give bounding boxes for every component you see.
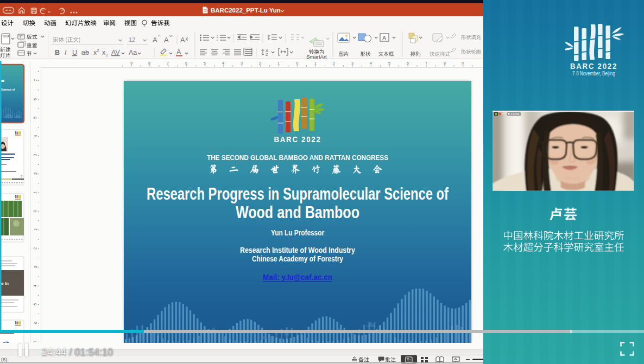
svg-text:***: *** xyxy=(502,112,506,116)
svg-text:r Science of: r Science of xyxy=(0,88,15,91)
svg-text:7: 7 xyxy=(167,61,169,65)
svg-text:3: 3 xyxy=(33,154,37,156)
svg-text:3: 3 xyxy=(241,61,243,65)
svg-text:4: 4 xyxy=(222,61,224,65)
svg-text:4: 4 xyxy=(370,61,372,65)
svg-text:A: A xyxy=(164,36,169,44)
svg-text:5: 5 xyxy=(33,117,37,119)
svg-text:1: 1 xyxy=(314,61,317,65)
svg-text:A: A xyxy=(153,36,157,44)
svg-text:U: U xyxy=(72,49,77,56)
svg-text:LuYun: LuYun xyxy=(494,186,502,189)
svg-text:0: 0 xyxy=(296,61,298,65)
svg-text:2: 2 xyxy=(333,61,335,65)
svg-text:BARC2022_PPT-Lu Yun: BARC2022_PPT-Lu Yun xyxy=(211,7,281,14)
svg-text:6: 6 xyxy=(33,322,38,324)
svg-text:0: 0 xyxy=(33,210,37,212)
svg-text:1: 1 xyxy=(277,61,280,65)
svg-text:Z: Z xyxy=(266,52,268,57)
svg-text:8: 8 xyxy=(444,61,446,65)
svg-text:6: 6 xyxy=(407,61,409,65)
svg-text:ab: ab xyxy=(81,49,89,56)
svg-text:(8): (8) xyxy=(1,357,7,362)
svg-text:2: 2 xyxy=(97,48,100,53)
svg-text:6: 6 xyxy=(33,98,37,100)
svg-text:7: 7 xyxy=(33,79,38,81)
svg-text:6: 6 xyxy=(185,61,187,65)
svg-text:1:0.4%: 1:0.4% xyxy=(511,112,520,116)
svg-text:SmartArt: SmartArt xyxy=(306,54,327,59)
svg-text:1: 1 xyxy=(33,228,38,231)
svg-text:4: 4 xyxy=(33,285,37,287)
svg-text:2: 2 xyxy=(21,175,22,178)
svg-text:7: 7 xyxy=(425,61,427,65)
svg-text:9: 9 xyxy=(130,61,132,65)
svg-text:2: 2 xyxy=(259,61,261,65)
svg-text:BARC 2022: BARC 2022 xyxy=(570,61,617,71)
svg-text:1: 1 xyxy=(33,191,37,194)
svg-text:Aa: Aa xyxy=(129,49,137,56)
svg-text:A: A xyxy=(382,35,387,41)
svg-text:2: 2 xyxy=(106,53,109,58)
svg-text:A: A xyxy=(180,36,185,44)
svg-text:2: 2 xyxy=(33,247,37,250)
svg-text:5: 5 xyxy=(388,61,390,65)
svg-text:2: 2 xyxy=(33,173,38,175)
svg-text:3: 3 xyxy=(351,61,353,65)
svg-text:9: 9 xyxy=(462,61,464,65)
svg-text:3: 3 xyxy=(33,266,38,268)
svg-text:A: A xyxy=(176,48,181,56)
svg-text:4: 4 xyxy=(33,135,38,137)
svg-text:5: 5 xyxy=(204,61,206,65)
svg-text:5: 5 xyxy=(33,303,37,305)
svg-text:12: 12 xyxy=(129,36,135,43)
svg-text:B: B xyxy=(55,49,60,56)
svg-text:I: I xyxy=(65,49,67,56)
svg-text:AV: AV xyxy=(111,49,120,56)
svg-text:7-8 November, Beijing: 7-8 November, Beijing xyxy=(572,70,615,76)
svg-text:8: 8 xyxy=(148,61,150,65)
